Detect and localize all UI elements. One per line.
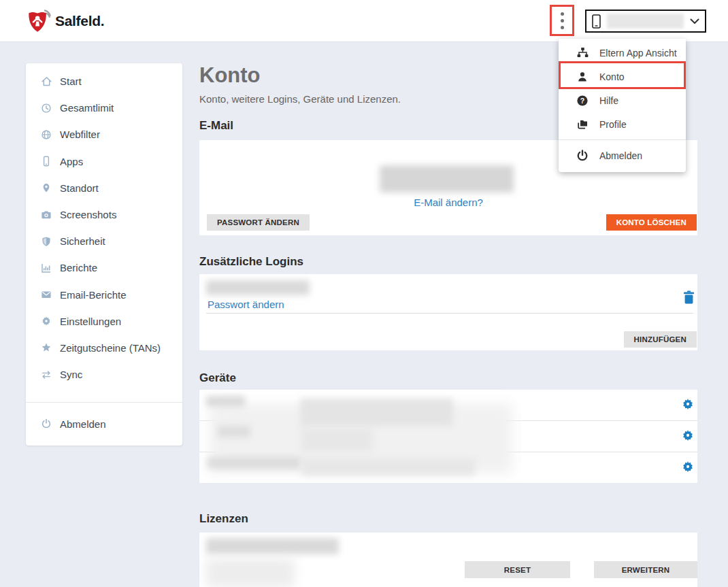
add-login-button[interactable]: HINZUFÜGEN xyxy=(624,331,697,348)
sidebar-item-screenshots[interactable]: Screenshots xyxy=(26,201,182,228)
menu-item-eltern-app-ansicht[interactable]: Eltern App Ansicht xyxy=(559,41,686,65)
menu-item-label: Eltern App Ansicht xyxy=(599,48,677,58)
devices-card xyxy=(199,390,697,483)
sidebar-nav: Start Gesamtlimit Webfilter Apps Standor… xyxy=(26,63,182,402)
account-dropdown-menu: Eltern App Ansicht Konto ? Hilfe Profile xyxy=(559,39,686,172)
delete-login-button[interactable] xyxy=(683,290,695,307)
menu-item-label: Konto xyxy=(599,71,625,82)
redacted-license-details xyxy=(206,558,295,587)
sidebar-item-label: Webfilter xyxy=(60,129,100,140)
redacted-device-name xyxy=(208,457,301,469)
sidebar-item-label: Apps xyxy=(60,156,83,167)
gear-icon xyxy=(40,316,52,326)
sidebar-item-sync[interactable]: Sync xyxy=(26,361,182,388)
brand-name: Salfeld. xyxy=(55,13,104,29)
sidebar-footer: Abmelden xyxy=(26,402,182,446)
sidebar-item-label: Abmelden xyxy=(60,418,106,430)
kebab-menu-button[interactable] xyxy=(550,5,574,36)
brand-logo: Salfeld. xyxy=(26,0,104,42)
salfeld-shield-icon xyxy=(26,7,52,35)
topbar: Salfeld. xyxy=(0,0,728,42)
menu-item-profile[interactable]: Profile xyxy=(559,112,686,136)
section-heading-licenses: Lizenzen xyxy=(199,512,697,527)
menu-item-label: Abmelden xyxy=(599,150,642,161)
power-icon xyxy=(40,418,52,429)
kebab-dot xyxy=(561,19,564,22)
sidebar-item-label: Screenshots xyxy=(60,209,116,220)
sidebar-item-label: Email-Berichte xyxy=(60,289,127,301)
location-pin-icon xyxy=(40,182,52,193)
sidebar-item-label: Sicherheit xyxy=(60,235,105,247)
clock-icon xyxy=(40,103,52,114)
redacted-device-info xyxy=(300,399,453,426)
redacted-device-name xyxy=(206,396,245,407)
envelope-icon xyxy=(40,289,52,300)
device-selector[interactable] xyxy=(585,10,706,33)
redacted-device-info xyxy=(301,429,373,451)
additional-logins-card: Passwort ändern HINZUFÜGEN xyxy=(199,274,697,350)
login-change-password-link[interactable]: Passwort ändern xyxy=(208,299,284,310)
menu-item-konto[interactable]: Konto xyxy=(559,65,686,88)
shield-icon xyxy=(40,236,52,247)
sidebar-item-start[interactable]: Start xyxy=(26,68,182,95)
sidebar-item-label: Start xyxy=(60,76,82,87)
help-icon: ? xyxy=(575,95,590,107)
redacted-license-name xyxy=(206,538,339,554)
sidebar-item-apps[interactable]: Apps xyxy=(26,148,182,175)
device-settings-gear-icon[interactable] xyxy=(682,460,694,475)
menu-item-label: Hilfe xyxy=(599,95,618,106)
license-extend-button[interactable]: ERWEITERN xyxy=(594,561,697,578)
globe-icon xyxy=(40,129,52,140)
redacted-device-info xyxy=(301,458,475,475)
sidebar-item-label: Zeitgutscheine (TANs) xyxy=(60,342,161,354)
sidebar: Start Gesamtlimit Webfilter Apps Standor… xyxy=(26,63,182,446)
sidebar-item-label: Sync xyxy=(60,369,82,380)
section-heading-devices: Geräte xyxy=(199,371,697,386)
sidebar-item-sicherheit[interactable]: Sicherheit xyxy=(26,228,182,254)
sidebar-item-einstellungen[interactable]: Einstellungen xyxy=(26,308,182,335)
device-settings-gear-icon[interactable] xyxy=(682,429,694,444)
redacted-login-name xyxy=(206,280,310,295)
licenses-card: RESET ERWEITERN xyxy=(199,533,697,587)
redacted-device-name xyxy=(218,426,250,437)
device-settings-gear-icon[interactable] xyxy=(682,398,694,413)
chevron-down-icon xyxy=(690,18,699,24)
sidebar-item-standort[interactable]: Standort xyxy=(26,175,182,201)
power-icon xyxy=(575,150,590,162)
sidebar-item-abmelden[interactable]: Abmelden xyxy=(26,411,182,437)
kebab-dot xyxy=(561,12,564,16)
delete-account-button[interactable]: KONTO LÖSCHEN xyxy=(606,214,697,231)
profiles-icon xyxy=(575,118,590,130)
sidebar-item-berichte[interactable]: Berichte xyxy=(26,254,182,281)
smartphone-icon xyxy=(592,14,601,29)
sync-icon xyxy=(40,369,52,380)
menu-divider xyxy=(559,139,686,140)
sitemap-icon xyxy=(575,47,590,58)
sidebar-item-label: Berichte xyxy=(60,262,97,273)
camera-icon xyxy=(40,209,52,220)
sidebar-item-zeitgutscheine[interactable]: Zeitgutscheine (TANs) xyxy=(26,335,182,361)
menu-item-abmelden[interactable]: Abmelden xyxy=(559,144,686,167)
home-icon xyxy=(40,76,52,87)
menu-item-hilfe[interactable]: ? Hilfe xyxy=(559,88,686,112)
change-password-button[interactable]: PASSWORT ÄNDERN xyxy=(207,214,310,231)
sidebar-item-gesamtlimit[interactable]: Gesamtlimit xyxy=(26,95,182,121)
star-icon xyxy=(40,342,52,353)
sidebar-item-label: Einstellungen xyxy=(60,316,121,327)
user-icon xyxy=(575,71,590,83)
svg-text:?: ? xyxy=(580,96,584,104)
divider xyxy=(206,313,693,314)
smartphone-icon xyxy=(40,156,52,167)
redacted-device-name xyxy=(607,14,684,29)
chart-icon xyxy=(40,263,52,273)
kebab-dot xyxy=(561,26,564,29)
menu-item-label: Profile xyxy=(599,119,627,130)
section-heading-logins: Zusätzliche Logins xyxy=(199,255,697,270)
license-reset-button[interactable]: RESET xyxy=(465,561,570,578)
change-email-link[interactable]: E-Mail ändern? xyxy=(414,197,483,208)
sidebar-item-webfilter[interactable]: Webfilter xyxy=(26,121,182,148)
redacted-email-address xyxy=(380,165,514,192)
sidebar-item-email-berichte[interactable]: Email-Berichte xyxy=(26,282,182,308)
sidebar-item-label: Gesamtlimit xyxy=(60,102,114,114)
sidebar-item-label: Standort xyxy=(60,182,99,194)
